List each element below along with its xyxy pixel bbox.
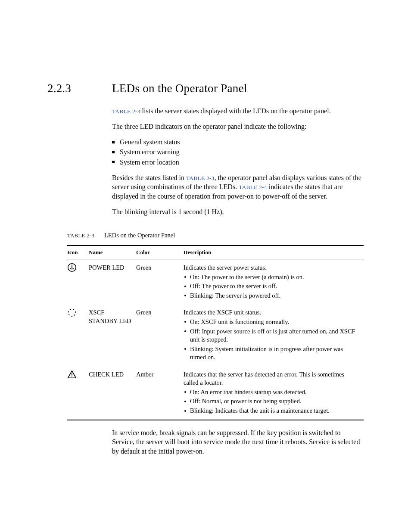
- th-color: Color: [136, 246, 184, 259]
- section-body: TABLE 2-3 lists the server states displa…: [112, 106, 364, 216]
- desc-bullet: Blinking: Indicates that the unit is a m…: [184, 407, 359, 415]
- led-color: Amber: [136, 366, 184, 420]
- power-icon: [67, 263, 77, 272]
- table-ref-link[interactable]: TABLE 2-4: [239, 184, 267, 190]
- table-code: TABLE 2-3: [67, 233, 104, 239]
- list-item: System error warning: [112, 147, 364, 157]
- led-color: Green: [136, 304, 184, 366]
- table-container: TABLE 2-3 LEDs on the Operator Panel Ico…: [67, 232, 364, 420]
- table-row: CHECK LED Amber Indicates that the serve…: [67, 366, 364, 420]
- th-icon: Icon: [67, 246, 89, 259]
- svg-point-1: [67, 308, 76, 317]
- intro-paragraph-3: Besides the states listed in TABLE 2-3, …: [112, 173, 364, 201]
- icon-cell: [67, 366, 89, 420]
- led-name: CHECK LED: [89, 366, 136, 420]
- led-name: POWER LED: [89, 259, 136, 305]
- intro-paragraph-1: TABLE 2-3 lists the server states displa…: [112, 106, 364, 116]
- intro-paragraph-4: The blinking interval is 1 second (1 Hz)…: [112, 207, 364, 217]
- desc-bullet: Blinking: The server is powered off.: [184, 292, 359, 300]
- th-desc: Description: [184, 246, 364, 259]
- desc-bullet: Off: Input power source is off or is jus…: [184, 327, 359, 344]
- desc-intro: Indicates the server power status.: [184, 264, 267, 271]
- led-name: XSCF STANDBY LED: [89, 304, 136, 366]
- led-description: Indicates the XSCF unit status. On: XSCF…: [184, 304, 364, 366]
- section-title: LEDs on the Operator Panel: [112, 82, 247, 95]
- standby-icon: [67, 308, 77, 317]
- table-caption-text: LEDs on the Operator Panel: [104, 232, 175, 239]
- section-number: 2.2.3: [47, 82, 112, 95]
- list-item: General system status: [112, 137, 364, 147]
- text-run: Besides the states listed in: [112, 174, 186, 181]
- led-table: Icon Name Color Description: [67, 245, 364, 420]
- led-color: Green: [136, 259, 184, 305]
- text-run: lists the server states displayed with t…: [140, 107, 331, 115]
- after-paragraph: In service mode, break signals can be su…: [112, 428, 364, 456]
- after-table-body: In service mode, break signals can be su…: [112, 428, 364, 456]
- table-row: XSCF STANDBY LED Green Indicates the XSC…: [67, 304, 364, 366]
- table-caption: TABLE 2-3 LEDs on the Operator Panel: [67, 232, 364, 239]
- desc-bullet: On: XSCF unit is functioning normally.: [184, 318, 359, 327]
- table-row: POWER LED Green Indicates the server pow…: [67, 259, 364, 305]
- desc-bullet: On: An error that hinders startup was de…: [184, 388, 359, 397]
- led-description: Indicates that the server has detected a…: [184, 366, 364, 420]
- icon-cell: [67, 259, 89, 305]
- table-ref-link[interactable]: TABLE 2-3: [112, 108, 140, 115]
- icon-cell: [67, 304, 89, 366]
- desc-intro: Indicates the XSCF unit status.: [184, 309, 261, 316]
- document-page: 2.2.3 LEDs on the Operator Panel TABLE 2…: [0, 0, 411, 532]
- desc-bullet: Off: Normal, or power is not being suppl…: [184, 397, 359, 406]
- table-ref-link[interactable]: TABLE 2-3: [186, 175, 215, 181]
- section-header: 2.2.3 LEDs on the Operator Panel: [47, 82, 364, 95]
- intro-paragraph-2: The three LED indicators on the operator…: [112, 122, 364, 131]
- list-item: System error location: [112, 157, 364, 167]
- desc-bullet: Off: The power to the server is off.: [184, 282, 359, 291]
- desc-bullet: Blinking: System initialization is in pr…: [184, 345, 359, 362]
- warning-icon: [67, 370, 77, 379]
- led-description: Indicates the server power status. On: T…: [184, 259, 364, 305]
- desc-intro: Indicates that the server has detected a…: [184, 371, 344, 386]
- desc-bullet: On: The power to the server (a domain) i…: [184, 273, 359, 282]
- th-name: Name: [89, 246, 136, 259]
- svg-point-3: [72, 376, 72, 377]
- feature-list: General system status System error warni…: [112, 137, 364, 167]
